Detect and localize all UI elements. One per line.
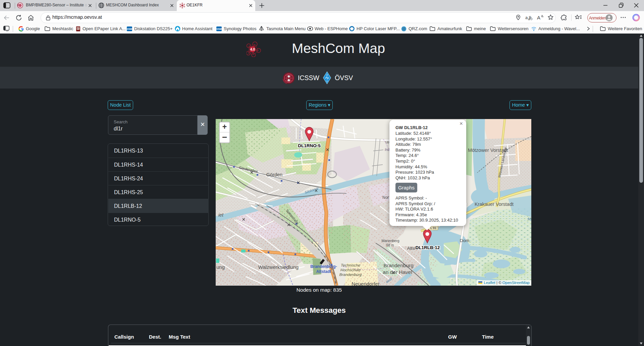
svg-text:Ind: Ind (385, 148, 389, 152)
svg-text:Krakauer Vorstadt: Krakauer Vorstadt (475, 201, 514, 207)
svg-text:Hochschule: Hochschule (340, 268, 361, 272)
svg-text:Marienberg: Marienberg (381, 239, 399, 243)
svg-text:S: S (328, 77, 329, 79)
svg-text:a: a (525, 15, 528, 20)
svg-text:4.0: 4.0 (250, 48, 255, 51)
svg-text:Nor: Nor (382, 195, 389, 200)
svg-text:Dom: Dom (460, 238, 470, 243)
svg-text:Ö: Ö (326, 73, 328, 76)
svg-text:A: A (537, 15, 540, 20)
svg-text:Brandenburg: Brandenburg (383, 263, 414, 268)
svg-text:Neuendorfer: Neuendorfer (352, 281, 379, 286)
svg-text:iet: iet (218, 212, 224, 218)
svg-text:DSM: DSM (127, 28, 132, 30)
svg-text:DL1RLB-12: DL1RLB-12 (416, 245, 440, 250)
svg-text:an der Havel: an der Havel (383, 269, 412, 275)
svg-text:Görden: Görden (266, 172, 282, 177)
svg-text:Up: Up (385, 140, 389, 144)
svg-text:Mötzower Vorstadt: Mötzower Vorstadt (468, 148, 508, 153)
svg-text:Technische: Technische (341, 263, 360, 267)
svg-text:V: V (326, 80, 328, 82)
svg-text:Mittelbr: Mittelbr (528, 217, 531, 221)
svg-text:Brandenburg: Brandenburg (339, 273, 362, 277)
svg-text:Walzwerksiedlung: Walzwerksiedlung (258, 264, 299, 270)
svg-text:ung: ung (216, 264, 225, 270)
svg-text:ʻ68 m: ʻ68 m (386, 243, 394, 247)
svg-text:あ: あ (528, 15, 533, 20)
svg-text:Altstadt: Altstadt (316, 269, 331, 274)
svg-text:DSM: DSM (216, 28, 222, 30)
svg-text:DL1RNO-5: DL1RNO-5 (298, 143, 321, 148)
svg-text:Brandenburg-: Brandenburg- (310, 264, 337, 269)
